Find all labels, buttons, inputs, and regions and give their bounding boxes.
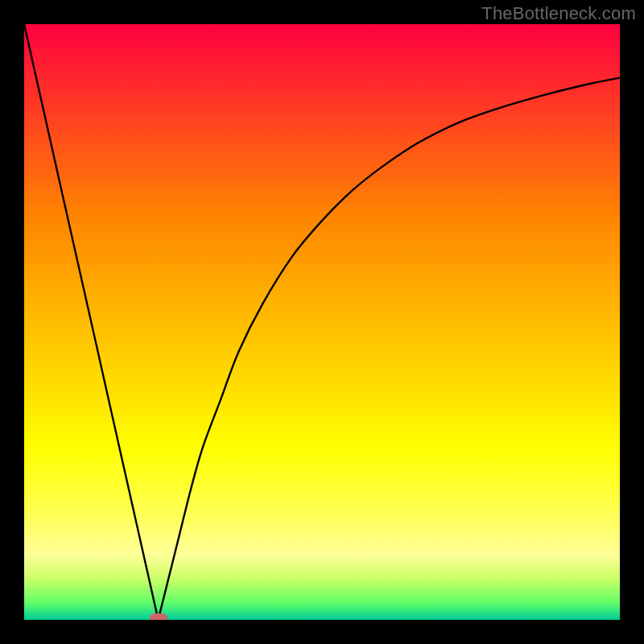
chart-frame: TheBottleneck.com: [0, 0, 644, 644]
curve-right-branch: [159, 78, 621, 620]
plot-area: [24, 24, 620, 620]
curve-svg: [24, 24, 620, 620]
minimum-marker: [150, 613, 167, 620]
watermark-text: TheBottleneck.com: [481, 3, 636, 24]
curve-left-branch: [24, 24, 159, 620]
